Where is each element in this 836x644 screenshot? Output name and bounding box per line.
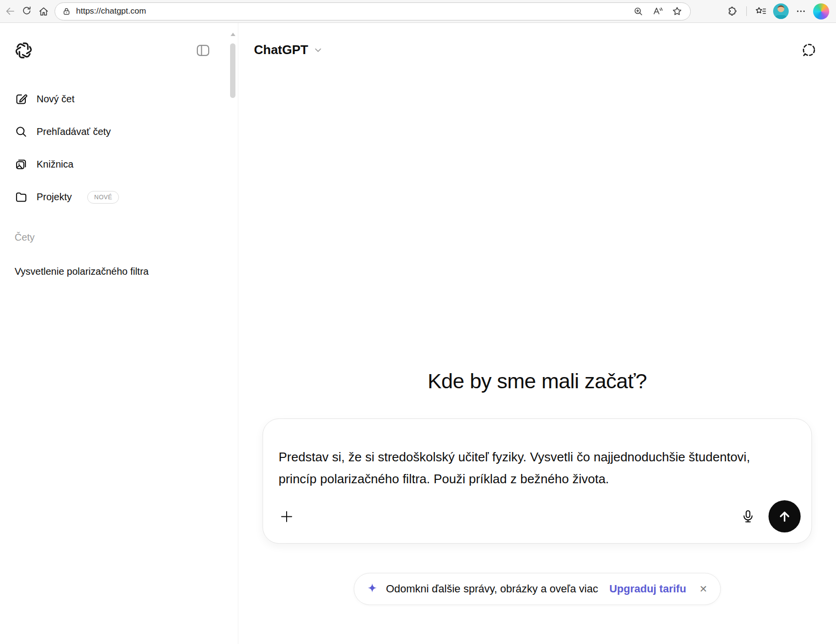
browser-menu-button[interactable] (793, 3, 809, 19)
zoom-in-icon (633, 6, 643, 17)
welcome-heading: Kde by sme mali začať? (238, 367, 836, 395)
message-composer[interactable]: Predstav si, že si stredoškolský učiteľ … (263, 418, 812, 544)
sparkle-icon (366, 583, 379, 595)
send-arrow-icon (777, 509, 793, 524)
close-banner-button[interactable]: ✕ (700, 583, 708, 595)
avatar-shirt (775, 15, 787, 19)
avatar-face (778, 5, 784, 12)
star-icon (672, 6, 682, 17)
browser-toolbar: https://chatgpt.com (0, 0, 836, 23)
attach-button[interactable] (276, 506, 297, 527)
sidebar-menu: Nový čet Prehľadávať čety Knižnica Proje… (0, 83, 238, 213)
lock-icon (62, 7, 71, 16)
main-content: ChatGPT Kde by sme mali začať? Predstav … (238, 23, 836, 644)
page-title: ChatGPT (254, 42, 308, 57)
upgrade-banner: Odomkni ďalšie správy, obrázky a oveľa v… (354, 573, 721, 605)
read-aloud-button[interactable] (649, 3, 666, 19)
home-button[interactable] (35, 3, 52, 19)
refresh-icon (21, 6, 32, 17)
sidebar-item-label: Prehľadávať čety (37, 126, 111, 137)
sidebar-scrollbar[interactable] (228, 23, 238, 644)
sidebar-item-library[interactable]: Knižnica (0, 148, 238, 181)
dictate-button[interactable] (738, 506, 759, 527)
openai-logo (15, 41, 33, 59)
sidebar-toggle-icon (195, 43, 211, 58)
ellipsis-icon (796, 6, 806, 17)
favorites-bar-button[interactable] (753, 3, 769, 19)
sidebar-item-new-chat[interactable]: Nový čet (0, 83, 238, 115)
sidebar-toggle-button[interactable] (195, 43, 211, 58)
model-selector[interactable]: ChatGPT (254, 42, 323, 57)
chats-section-label: Čety (15, 232, 238, 243)
plus-icon (279, 509, 294, 524)
library-icon (15, 158, 28, 171)
profile-avatar[interactable] (773, 3, 789, 19)
sidebar-item-search-chats[interactable]: Prehľadávať čety (0, 115, 238, 148)
chevron-down-icon (313, 45, 323, 55)
folder-icon (15, 190, 28, 204)
address-bar[interactable]: https://chatgpt.com (55, 2, 691, 20)
sidebar-item-projects[interactable]: Projekty NOVÉ (0, 181, 238, 213)
favorite-button[interactable] (669, 3, 685, 19)
url-text: https://chatgpt.com (76, 6, 630, 16)
favorites-list-icon (755, 5, 767, 17)
extensions-button[interactable] (724, 3, 740, 19)
back-arrow-icon (5, 6, 16, 17)
read-aloud-icon (652, 6, 663, 17)
sidebar-item-label: Projekty (37, 191, 72, 203)
new-chat-icon (15, 93, 28, 106)
upgrade-plan-link[interactable]: Upgraduj tarifu (609, 583, 686, 595)
composer-toolbar (276, 500, 801, 532)
send-button[interactable] (769, 500, 801, 532)
sidebar-item-label: Nový čet (37, 94, 75, 105)
temporary-chat-icon (801, 42, 817, 57)
search-icon (15, 125, 28, 138)
chat-header: ChatGPT (238, 23, 836, 57)
sidebar-item-label: Knižnica (37, 159, 74, 170)
upgrade-banner-text: Odomkni ďalšie správy, obrázky a oveľa v… (386, 583, 598, 595)
toolbar-divider (746, 6, 747, 16)
scrollbar-up-arrow-icon[interactable] (231, 33, 235, 36)
refresh-button[interactable] (19, 3, 35, 19)
home-icon (38, 6, 49, 17)
temporary-chat-button[interactable] (801, 42, 817, 57)
zoom-button[interactable] (630, 3, 646, 19)
scrollbar-thumb[interactable] (230, 43, 235, 98)
composer-input-text[interactable]: Predstav si, že si stredoškolský učiteľ … (279, 446, 776, 490)
back-button[interactable] (2, 3, 19, 19)
copilot-icon[interactable] (813, 3, 829, 19)
new-badge: NOVÉ (87, 191, 119, 204)
extensions-puzzle-icon (727, 6, 738, 17)
sidebar: Nový čet Prehľadávať čety Knižnica Proje… (0, 23, 238, 644)
chat-history-item[interactable]: Vysvetlenie polarizačného filtra (0, 262, 238, 282)
microphone-icon (741, 509, 756, 524)
